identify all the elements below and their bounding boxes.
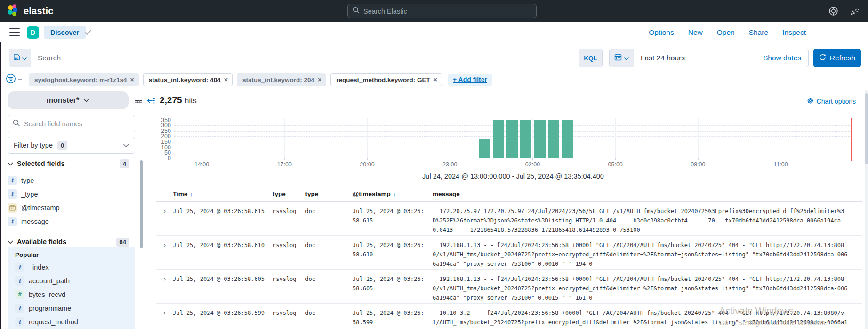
calendar-icon	[614, 53, 622, 63]
field-item-programname[interactable]: tprogramname	[8, 301, 149, 315]
toolbar-link-options[interactable]: Options	[649, 28, 674, 37]
check-icon	[85, 29, 92, 37]
remove-filter-icon[interactable]: ×	[224, 76, 228, 83]
sidebar-scrollbar[interactable]	[140, 160, 143, 248]
text-field-icon: t	[15, 276, 24, 286]
cell-timestamp: Jul 25, 2024 @ 03:26:58.615	[353, 206, 433, 235]
histogram-bar[interactable]	[520, 120, 531, 158]
refresh-icon	[819, 54, 826, 63]
toolbar-link-inspect[interactable]: Inspect	[782, 28, 806, 37]
breadcrumb-discover[interactable]: Discover	[44, 26, 86, 39]
news-party-icon[interactable]	[850, 6, 860, 18]
cell-timestamp: Jul 25, 2024 @ 03:26:58.610	[353, 240, 433, 269]
time-range-caption: Jul 24, 2024 @ 13:00:00.000 - Jul 25, 20…	[174, 173, 852, 180]
global-header: elastic	[0, 0, 868, 22]
available-fields-header[interactable]: Available fields 64	[8, 237, 135, 247]
refresh-button[interactable]: Refresh	[813, 49, 861, 67]
histogram-bar[interactable]	[506, 120, 518, 158]
histogram-bar[interactable]	[548, 120, 559, 158]
menu-icon[interactable]	[9, 28, 20, 36]
available-count-badge: 64	[116, 238, 129, 247]
expand-row-icon[interactable]: ›	[159, 207, 167, 215]
document-row: ›Jul 25, 2024 @ 03:26:58.615rsyslog_docJ…	[156, 202, 862, 236]
column-header-Time[interactable]: Time↓	[173, 190, 273, 197]
field-item-message[interactable]: tmessage	[0, 214, 141, 228]
query-input[interactable]	[31, 49, 579, 67]
cell-message: 172.20.75.97 172.20.75.97 24/Jul/2024/23…	[433, 206, 862, 235]
filter-pill-label: sysloghost.keyword: m-r1z1s4	[34, 76, 127, 83]
date-picker-menu-button[interactable]	[610, 49, 634, 67]
filter-pill[interactable]: request_method.keyword: GET×	[330, 73, 442, 86]
field-item-type[interactable]: ttype	[0, 173, 141, 187]
filter-menu-icon[interactable]	[6, 74, 16, 86]
field-item-bytes_recvd[interactable]: #bytes_recvd	[8, 288, 149, 301]
remove-filter-icon[interactable]: ×	[434, 76, 437, 83]
cell-time: Jul 25, 2024 @ 03:26:58.615	[173, 206, 273, 235]
field-item-_type[interactable]: t_type	[0, 187, 141, 201]
column-header-message[interactable]: message	[433, 190, 862, 197]
histogram-bar[interactable]	[479, 139, 490, 158]
cell-time: Jul 25, 2024 @ 03:26:58.599	[173, 308, 273, 329]
histogram-bar[interactable]	[493, 120, 504, 158]
histogram-bar[interactable]	[534, 120, 545, 158]
filter-pill[interactable]: sysloghost.keyword: m-r1z1s4×	[29, 73, 139, 86]
popular-fields-section: Popular t_indextaccount_path#bytes_recvd…	[8, 247, 135, 329]
cell-doctype: _doc	[302, 274, 353, 303]
selected-fields-header[interactable]: Selected fields 4	[8, 158, 135, 169]
cell-timestamp: Jul 25, 2024 @ 03:26:58.605	[353, 274, 433, 303]
filter-pills: sysloghost.keyword: m-r1z1s4×status_int.…	[29, 73, 442, 86]
field-search-input[interactable]	[24, 120, 130, 128]
column-header-_type[interactable]: _type	[302, 190, 353, 197]
search-icon	[13, 119, 20, 129]
table-header: Time↓type_type@timestamp↓message	[156, 186, 862, 202]
histogram-bar[interactable]	[562, 120, 573, 158]
index-pattern-switcher[interactable]: monster*	[8, 91, 129, 109]
field-item-_index[interactable]: t_index	[8, 260, 149, 274]
text-field-icon: t	[8, 176, 17, 185]
add-filter-button[interactable]: + Add filter	[448, 74, 492, 86]
remove-filter-icon[interactable]: ×	[318, 76, 321, 83]
column-header-timestamp[interactable]: @timestamp↓	[353, 190, 433, 197]
chart-options-button[interactable]: Chart options	[807, 97, 856, 106]
sort-desc-icon[interactable]: ↓	[190, 190, 193, 197]
sort-desc-icon[interactable]: ↓	[393, 190, 396, 197]
global-search[interactable]	[347, 4, 537, 18]
space-avatar[interactable]: D	[27, 26, 39, 39]
gear-icon	[807, 97, 814, 106]
column-header-type[interactable]: type	[273, 190, 302, 197]
expand-row-icon[interactable]: ›	[159, 241, 167, 249]
field-item-@timestamp[interactable]: @timestamp	[0, 201, 141, 214]
filter-by-type-button[interactable]: Filter by type 0	[8, 137, 135, 154]
saved-query-menu-button[interactable]	[9, 49, 31, 67]
toolbar-link-share[interactable]: Share	[749, 28, 768, 37]
help-icon[interactable]	[828, 6, 838, 18]
time-range-value[interactable]: Last 24 hours	[634, 49, 763, 67]
field-item-request_method[interactable]: trequest_method	[8, 315, 149, 329]
filter-pill[interactable]: status_int.keyword: 204×	[237, 73, 326, 86]
boxes-icon[interactable]	[135, 97, 142, 106]
popular-fields-list: t_indextaccount_path#bytes_recvdtprogram…	[8, 260, 149, 329]
selected-fields-list: ttypet_type@timestamptmessage	[0, 173, 141, 228]
toolbar-link-open[interactable]: Open	[717, 28, 735, 37]
query-bar: KQL Last 24 hours Show dates Refresh	[0, 42, 868, 71]
popular-label: Popular	[8, 251, 135, 258]
cell-message: 192.168.1.13 - - [24/Jul/2024:23:56:58 +…	[433, 240, 862, 269]
show-dates-link[interactable]: Show dates	[763, 49, 808, 67]
expand-row-icon[interactable]: ›	[159, 275, 167, 283]
remove-filter-icon[interactable]: ×	[130, 76, 134, 83]
filter-pill[interactable]: status_int.keyword: 404×	[143, 73, 233, 86]
type-filter-count-badge: 0	[57, 141, 67, 150]
page-scrollbar[interactable]	[865, 90, 868, 329]
chevron-down-icon	[624, 54, 629, 62]
toolbar-link-new[interactable]: New	[688, 28, 703, 37]
field-item-account_path[interactable]: taccount_path	[8, 274, 149, 288]
field-search[interactable]	[8, 115, 135, 132]
elastic-logo[interactable]	[7, 4, 19, 18]
kql-language-button[interactable]: KQL	[579, 49, 602, 67]
expand-row-icon[interactable]: ›	[159, 309, 167, 317]
window-edge	[0, 42, 1, 329]
global-search-input[interactable]	[363, 8, 531, 15]
collapse-sidebar-icon[interactable]	[147, 97, 155, 106]
cell-message: 192.168.1.13 - - [24/Jul/2024:23:56:58 +…	[433, 274, 862, 303]
cell-doctype: _doc	[302, 206, 353, 235]
